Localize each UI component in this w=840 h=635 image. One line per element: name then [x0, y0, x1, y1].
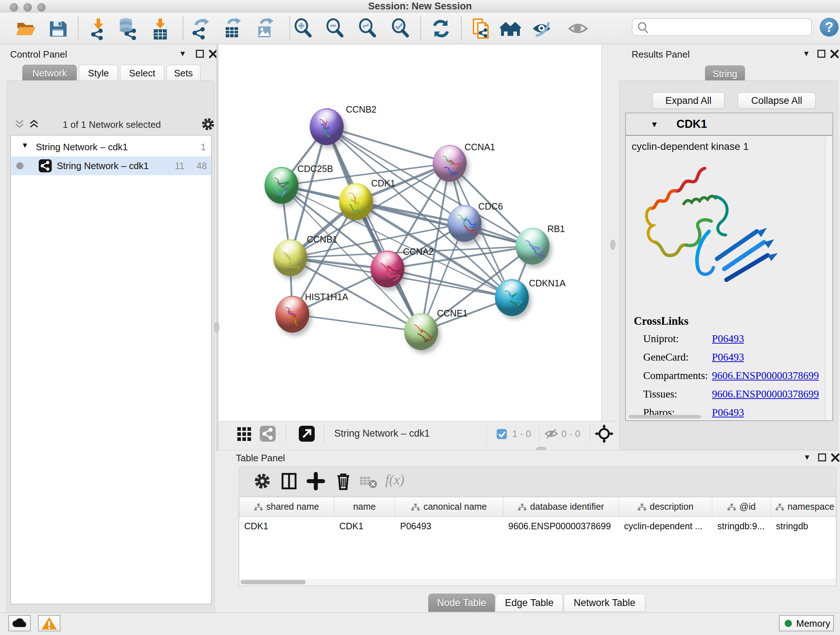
table-cell[interactable]: CDK1	[239, 516, 334, 536]
network-collection-row[interactable]: ▼ String Network – cdk1 1	[11, 138, 211, 157]
add-column-icon[interactable]	[306, 472, 326, 491]
search-input[interactable]	[651, 20, 807, 34]
export-table-icon[interactable]	[221, 17, 244, 40]
results-panel-menu-icon[interactable]: ▼	[801, 48, 812, 59]
hidden-eye-icon[interactable]	[544, 427, 559, 442]
warnings-button[interactable]	[38, 615, 60, 631]
export-image-icon[interactable]	[253, 17, 276, 40]
table-cell[interactable]: 9606.ENSP00000378699	[503, 516, 619, 536]
crosslink-link[interactable]: P06493	[712, 351, 744, 363]
network-node-CCNB1[interactable]	[273, 239, 307, 276]
grid-view-icon[interactable]	[236, 425, 256, 445]
right-splitter[interactable]	[601, 44, 617, 421]
column-header-namespace[interactable]: namespace	[771, 497, 836, 516]
network-share-view-icon[interactable]	[259, 425, 279, 445]
help-button[interactable]: ?	[820, 18, 838, 36]
network-node-CDK1[interactable]	[339, 183, 373, 220]
network-edge[interactable]	[327, 127, 450, 163]
control-panel-float-icon[interactable]	[195, 49, 206, 60]
detach-view-icon[interactable]	[298, 425, 317, 445]
table-panel-float-icon[interactable]	[818, 453, 829, 464]
results-vertical-scrollbar[interactable]	[825, 136, 832, 420]
table-panel-close-icon[interactable]	[831, 453, 840, 464]
delete-column-icon[interactable]	[334, 472, 354, 491]
entry-collapse-icon[interactable]: ▼	[651, 120, 658, 129]
first-neighbors-icon[interactable]	[470, 17, 493, 40]
control-panel-menu-icon[interactable]: ▼	[177, 48, 188, 59]
import-network-database-icon[interactable]	[116, 17, 139, 40]
collapse-all-button[interactable]: Collapse All	[737, 92, 816, 109]
zoom-in-icon[interactable]	[292, 17, 315, 40]
import-network-file-icon[interactable]	[87, 17, 110, 40]
network-edge[interactable]	[387, 269, 512, 298]
collapse-all-chevron-icon[interactable]	[14, 119, 25, 131]
tab-sets[interactable]: Sets	[166, 65, 201, 81]
splitter-handle[interactable]	[610, 240, 615, 250]
tab-string[interactable]: String	[705, 65, 745, 82]
tab-edge-table[interactable]: Edge Table	[496, 594, 563, 612]
function-builder-icon[interactable]: f(x)	[385, 472, 404, 488]
table-cell[interactable]: cyclin-dependent ...	[619, 516, 712, 536]
network-options-gear-icon[interactable]	[201, 117, 215, 133]
tab-network-table[interactable]: Network Table	[564, 594, 645, 612]
expand-all-button[interactable]: Expand All	[652, 92, 725, 109]
network-node-CCNA1[interactable]	[433, 145, 467, 182]
zoom-out-icon[interactable]	[324, 17, 347, 40]
network-node-CCNA2[interactable]	[370, 250, 404, 287]
network-row-selected[interactable]: String Network – cdk1 11 48	[11, 157, 211, 175]
network-node-CDC25B[interactable]	[264, 167, 298, 204]
network-node-RB1[interactable]	[515, 228, 549, 264]
entry-header[interactable]: ▼ CDK1	[626, 113, 832, 136]
memory-button[interactable]: Memory	[779, 615, 834, 631]
tab-select[interactable]: Select	[120, 65, 164, 81]
crosslink-link[interactable]: P06493	[712, 333, 744, 345]
delete-table-icon[interactable]	[359, 475, 379, 495]
column-header-databaseidentifier[interactable]: database identifier	[503, 497, 619, 516]
show-all-eye-icon[interactable]	[567, 17, 591, 40]
network-canvas[interactable]: CCNB2CCNA1CDC25BCDK1CDC6RB1CCNB1CCNA2CDK…	[218, 44, 601, 421]
results-panel-float-icon[interactable]	[817, 49, 828, 60]
zoom-selected-icon[interactable]	[389, 17, 412, 40]
table-horizontal-scrollbar[interactable]	[239, 579, 836, 586]
network-node-CDKN1A[interactable]	[495, 279, 529, 316]
table-cell[interactable]: stringdb	[771, 516, 836, 536]
node-table[interactable]: shared nameCDK1nameCDK1canonical nameP06…	[239, 497, 836, 586]
table-cell[interactable]: P06493	[395, 516, 503, 536]
network-node-CCNE1[interactable]	[404, 313, 438, 350]
refresh-view-icon[interactable]	[429, 17, 453, 40]
column-header-canonicalname[interactable]: canonical name	[395, 497, 503, 516]
expand-up-chevron-icon[interactable]	[28, 119, 39, 131]
collection-expand-icon[interactable]: ▼	[21, 141, 28, 149]
hide-selected-eye-icon[interactable]	[531, 17, 554, 40]
column-header-sharedname[interactable]: shared name	[239, 497, 334, 516]
export-network-icon[interactable]	[189, 17, 213, 40]
birds-eye-crosshair-icon[interactable]	[595, 424, 614, 444]
crosslink-link[interactable]: P06493	[712, 407, 744, 418]
results-panel-close-icon[interactable]	[830, 49, 840, 60]
table-cell[interactable]: CDK1	[334, 516, 395, 536]
crosslink-link[interactable]: 9606.ENSP00000378699	[712, 388, 819, 400]
network-node-CCNB2[interactable]	[309, 108, 344, 145]
save-session-icon[interactable]	[46, 17, 69, 40]
results-horizontal-scrollbar[interactable]	[629, 415, 701, 418]
tab-style[interactable]: Style	[79, 65, 118, 81]
import-table-file-icon[interactable]	[149, 17, 172, 40]
network-edge[interactable]	[292, 314, 421, 332]
splitter-handle[interactable]	[214, 322, 219, 333]
column-header-name[interactable]: name	[334, 497, 395, 516]
crosslink-link[interactable]: 9606.ENSP00000378699	[712, 370, 819, 382]
cloud-button[interactable]	[8, 615, 31, 631]
zoom-fit-icon[interactable]	[356, 17, 379, 40]
show-columns-icon[interactable]	[279, 472, 299, 491]
column-header-id[interactable]: @id	[712, 497, 771, 516]
open-session-icon[interactable]	[14, 17, 38, 40]
table-cell[interactable]: stringdb:9...	[712, 516, 771, 536]
tab-network[interactable]: Network	[22, 65, 77, 81]
network-node-CDC6[interactable]	[447, 205, 482, 242]
column-header-description[interactable]: description	[619, 497, 712, 516]
network-node-HIST1H1A[interactable]	[275, 296, 309, 333]
selected-checkbox-icon[interactable]	[496, 429, 507, 441]
houses-icon[interactable]	[500, 17, 523, 40]
table-options-gear-icon[interactable]	[253, 472, 272, 491]
tab-node-table[interactable]: Node Table	[428, 594, 495, 612]
